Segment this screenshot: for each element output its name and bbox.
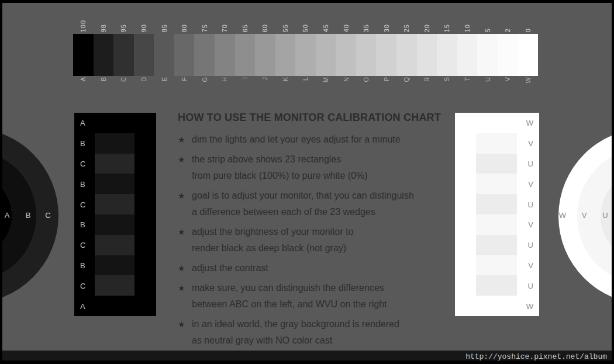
strip-percent-label: 15 xyxy=(443,24,450,32)
strip-percent-label: 98 xyxy=(100,24,107,32)
instruction-lines: make sure, you can distinguish the diffe… xyxy=(192,280,387,313)
panel-row: C xyxy=(74,275,156,296)
row-letter: B xyxy=(80,179,85,188)
strip-letter-cell: W xyxy=(518,77,538,91)
instruction-line: from pure black (100%) to pure white (0%… xyxy=(192,168,368,184)
strip-percent-label: 90 xyxy=(140,24,147,32)
instruction-lines: adjust the contrast xyxy=(192,260,268,276)
row-letter: W xyxy=(526,301,533,310)
strip-letter-cell: K xyxy=(275,77,296,91)
strip-wedge xyxy=(134,34,154,76)
strip-letter-label: B xyxy=(100,77,107,81)
panel-row: V xyxy=(455,174,539,194)
panel-row: U xyxy=(455,235,539,255)
panel-row: U xyxy=(455,154,539,174)
strip-percent-cell: 35 xyxy=(356,10,377,32)
strip-letter-label: D xyxy=(140,77,147,82)
strip-percent-cell: 25 xyxy=(396,10,417,32)
strip-letter-cell: Q xyxy=(396,77,417,91)
panel-row: V xyxy=(455,255,539,276)
strip-letter-label: L xyxy=(302,77,309,81)
page-title: HOW TO USE THE MONITOR CALIBRATION CHART xyxy=(178,112,453,124)
white-test-panel: WVUVUVUVUW xyxy=(455,113,539,316)
row-swatch xyxy=(476,174,517,194)
row-letter: U xyxy=(528,200,533,209)
strip-percent-cell: 0 xyxy=(518,10,538,32)
strip-percent-cell: 50 xyxy=(295,10,316,32)
strip-percent-cell: 55 xyxy=(275,10,296,32)
strip-wedge xyxy=(255,34,275,76)
strip-letter-cell: R xyxy=(417,77,437,91)
strip-wedge xyxy=(73,34,94,76)
strip-percent-label: 20 xyxy=(423,24,430,32)
left-ring-label-a: A xyxy=(5,211,10,220)
row-swatch xyxy=(476,214,517,235)
strip-wedge xyxy=(235,34,256,76)
row-letter: B xyxy=(80,261,85,269)
panel-row: C xyxy=(74,194,156,214)
instruction-line: the strip above shows 23 rectangles xyxy=(192,151,368,168)
strip-letter-cell: E xyxy=(154,77,174,91)
strip-wedge xyxy=(194,34,215,76)
strip-letter-label: A xyxy=(80,77,87,81)
row-swatch xyxy=(476,194,517,214)
strip-percent-label: 75 xyxy=(201,24,208,32)
row-swatch xyxy=(476,255,517,276)
panel-row: U xyxy=(455,194,539,214)
strip-percent-cell: 95 xyxy=(113,10,134,32)
strip-wedge xyxy=(518,34,538,76)
strip-letter-cell: M xyxy=(316,77,336,91)
strip-letter-cell: B xyxy=(94,77,114,91)
strip-percent-cell: 20 xyxy=(417,10,437,32)
strip-percent-label: 55 xyxy=(282,24,289,32)
strip-percent-cell: 40 xyxy=(336,10,356,32)
row-swatch xyxy=(95,194,134,214)
row-swatch xyxy=(476,275,517,296)
row-letter: V xyxy=(528,179,533,188)
strip-percent-cell: 60 xyxy=(255,10,275,32)
letter-label-row: ABCDEFGHIJKLMNOPQRSTUVW xyxy=(73,77,538,91)
strip-percent-label: 5 xyxy=(484,28,491,32)
instruction-line: as neutral gray with NO color cast xyxy=(192,332,399,349)
right-ring-label-w: W xyxy=(559,211,566,220)
instruction-line: in an ideal world, the gray background i… xyxy=(192,316,399,332)
strip-percent-label: 50 xyxy=(302,24,309,32)
row-letter: U xyxy=(528,241,533,249)
strip-letter-cell: I xyxy=(235,77,256,91)
strip-wedge xyxy=(437,34,457,76)
left-ring-label-c: C xyxy=(45,211,50,220)
row-letter: V xyxy=(528,261,533,269)
panel-row: B xyxy=(74,214,156,235)
footer-url: http://yoshice.pixnet.net/album xyxy=(465,352,612,360)
strip-percent-cell: 10 xyxy=(457,10,478,32)
row-swatch xyxy=(95,235,134,255)
strip-wedge xyxy=(477,34,498,76)
panel-row: B xyxy=(74,255,156,276)
strip-letter-cell: U xyxy=(477,77,498,91)
strip-letter-label: G xyxy=(201,77,208,82)
strip-wedge xyxy=(295,34,316,76)
strip-percent-cell: 5 xyxy=(477,10,498,32)
row-letter: B xyxy=(80,220,85,229)
strip-percent-label: 25 xyxy=(403,24,410,32)
star-icon: ★ xyxy=(178,131,192,148)
instruction-lines: dim the lights and let your eyes adjust … xyxy=(192,131,401,148)
strip-letter-label: V xyxy=(504,77,511,81)
panel-row: A xyxy=(74,296,156,316)
strip-percent-label: 65 xyxy=(242,24,249,32)
strip-letter-label: R xyxy=(423,77,430,82)
row-letter: C xyxy=(80,241,85,249)
instruction-item: ★the strip above shows 23 rectanglesfrom… xyxy=(178,151,453,184)
strip-letter-label: N xyxy=(343,77,350,82)
strip-percent-cell: 85 xyxy=(154,10,174,32)
strip-letter-label: S xyxy=(443,77,450,81)
right-ring-label-v: V xyxy=(582,211,587,220)
strip-letter-cell: J xyxy=(255,77,275,91)
strip-letter-cell: A xyxy=(73,77,94,91)
strip-letter-label: T xyxy=(464,77,471,81)
row-letter: W xyxy=(526,119,533,127)
strip-wedge xyxy=(336,34,356,76)
strip-percent-cell: 2 xyxy=(498,10,518,32)
strip-percent-label: 10 xyxy=(464,24,471,32)
row-letter: A xyxy=(80,301,85,310)
